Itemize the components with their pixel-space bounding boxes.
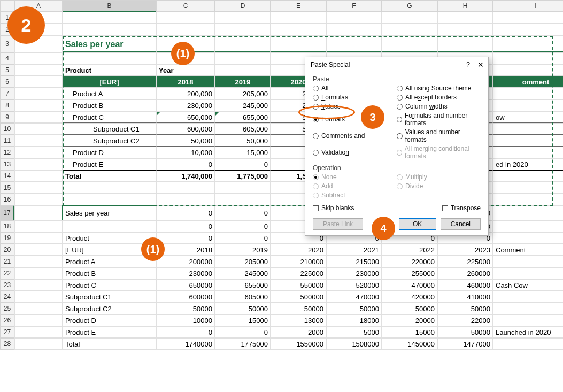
value-cell[interactable]: 245,000	[215, 99, 271, 111]
value-cell[interactable]: 0	[493, 232, 563, 244]
cell[interactable]	[493, 170, 563, 182]
value-cell[interactable]: 50000	[271, 303, 326, 314]
cell[interactable]	[14, 291, 63, 303]
col-E[interactable]: E	[271, 0, 326, 12]
cell[interactable]	[493, 52, 563, 64]
col-C[interactable]: C	[156, 0, 215, 12]
value-cell[interactable]: 2000	[271, 326, 326, 338]
cell[interactable]	[14, 170, 63, 182]
cell[interactable]	[493, 194, 563, 205]
year-col[interactable]: 2022	[382, 244, 437, 256]
select-all-corner[interactable]	[0, 0, 14, 12]
comment-header[interactable]: Comment	[493, 244, 563, 256]
paste-opt-noborders[interactable]: All except borders	[397, 94, 481, 101]
title-cell[interactable]: Sales per year	[63, 35, 156, 52]
year-col[interactable]: 2018	[156, 244, 215, 256]
row-28[interactable]: 28	[0, 338, 14, 350]
col-G[interactable]: G	[382, 0, 437, 12]
cell[interactable]	[493, 12, 563, 24]
value-cell[interactable]: 0	[493, 267, 563, 279]
ok-button[interactable]: OK	[399, 218, 436, 230]
cancel-button[interactable]: Cancel	[441, 218, 481, 230]
transpose-checkbox[interactable]: Transpose	[442, 204, 481, 212]
value-cell[interactable]: 20000	[382, 314, 437, 326]
value-cell[interactable]: 0	[215, 220, 271, 232]
value-cell[interactable]: 0	[493, 291, 563, 303]
row-18[interactable]: 18	[0, 220, 14, 232]
value-cell[interactable]: 0	[215, 232, 271, 244]
product-name[interactable]: Product B	[63, 267, 156, 279]
product-name[interactable]: Product B	[63, 99, 156, 111]
product-name[interactable]: Product A	[63, 256, 156, 267]
cell[interactable]	[326, 12, 382, 24]
value-cell[interactable]: 470000	[326, 291, 382, 303]
cell[interactable]	[215, 12, 271, 24]
row-1[interactable]: 1	[0, 12, 14, 24]
row-25[interactable]: 25	[0, 303, 14, 314]
cell[interactable]	[156, 35, 215, 52]
col-I[interactable]: I	[493, 0, 563, 12]
product-name[interactable]: Subproduct C2	[63, 135, 156, 147]
value-cell[interactable]: 255000	[382, 267, 437, 279]
cell[interactable]	[382, 12, 437, 24]
product-name[interactable]: Subproduct C2	[63, 303, 156, 314]
cell[interactable]	[382, 35, 437, 52]
cell[interactable]	[493, 135, 563, 147]
row-3[interactable]: 3	[0, 35, 14, 52]
row-15[interactable]: 15	[0, 182, 14, 194]
row-8[interactable]: 8	[0, 99, 14, 111]
value-cell[interactable]: 460000	[437, 279, 493, 291]
cell[interactable]	[271, 24, 326, 35]
year-col[interactable]: 2020	[271, 244, 326, 256]
cell[interactable]	[14, 279, 63, 291]
product-name[interactable]: Subproduct C1	[63, 291, 156, 303]
value-cell[interactable]: 0	[156, 158, 215, 170]
value-cell[interactable]: 600000	[156, 291, 215, 303]
cell[interactable]	[14, 256, 63, 267]
value-cell[interactable]: 50000	[215, 303, 271, 314]
value-cell[interactable]: 0	[156, 326, 215, 338]
product-name[interactable]: Product E	[63, 158, 156, 170]
cell[interactable]	[215, 35, 271, 52]
value-cell[interactable]: 245000	[215, 267, 271, 279]
help-button[interactable]: ?	[466, 61, 470, 68]
row-5[interactable]: 5	[0, 64, 14, 76]
value-cell[interactable]: 200,000	[156, 88, 215, 99]
cell[interactable]	[14, 35, 63, 52]
value-cell[interactable]: 420000	[382, 291, 437, 303]
product-name[interactable]: Product C	[63, 111, 156, 123]
value-cell[interactable]: 0	[215, 326, 271, 338]
cell[interactable]	[14, 338, 63, 350]
value-cell[interactable]: 0	[493, 205, 563, 220]
year-col[interactable]: 2023	[437, 244, 493, 256]
value-cell[interactable]: 10,000	[156, 147, 215, 158]
row-20[interactable]: 20	[0, 244, 14, 256]
value-cell[interactable]: 15000	[215, 314, 271, 326]
total-cell[interactable]: 1450000	[382, 338, 437, 350]
comment-cell[interactable]: Launched in 2020	[493, 326, 563, 338]
product-name[interactable]: Product D	[63, 147, 156, 158]
cell[interactable]	[326, 24, 382, 35]
total-cell[interactable]: 1,740,000	[156, 170, 215, 182]
value-cell[interactable]: 0	[493, 338, 563, 350]
cell[interactable]	[14, 158, 63, 170]
row-11[interactable]: 11	[0, 135, 14, 147]
value-cell[interactable]: 520000	[326, 279, 382, 291]
row-27[interactable]: 27	[0, 326, 14, 338]
value-cell[interactable]: 605000	[215, 291, 271, 303]
row-16[interactable]: 16	[0, 194, 14, 205]
cell[interactable]	[14, 303, 63, 314]
row-21[interactable]: 21	[0, 256, 14, 267]
paste-opt-comments[interactable]: Comments and	[313, 128, 397, 143]
cell[interactable]	[14, 267, 63, 279]
col-A[interactable]: A	[14, 0, 63, 12]
active-cell[interactable]: Sales per year	[63, 205, 156, 220]
cell[interactable]	[215, 194, 271, 205]
value-cell[interactable]: 205,000	[215, 88, 271, 99]
row-14[interactable]: 14	[0, 170, 14, 182]
paste-opt-valnum[interactable]: Values and number formats	[397, 128, 481, 143]
cell[interactable]	[156, 12, 215, 24]
cell[interactable]	[14, 314, 63, 326]
value-cell[interactable]: 0	[156, 232, 215, 244]
row-12[interactable]: 12	[0, 147, 14, 158]
